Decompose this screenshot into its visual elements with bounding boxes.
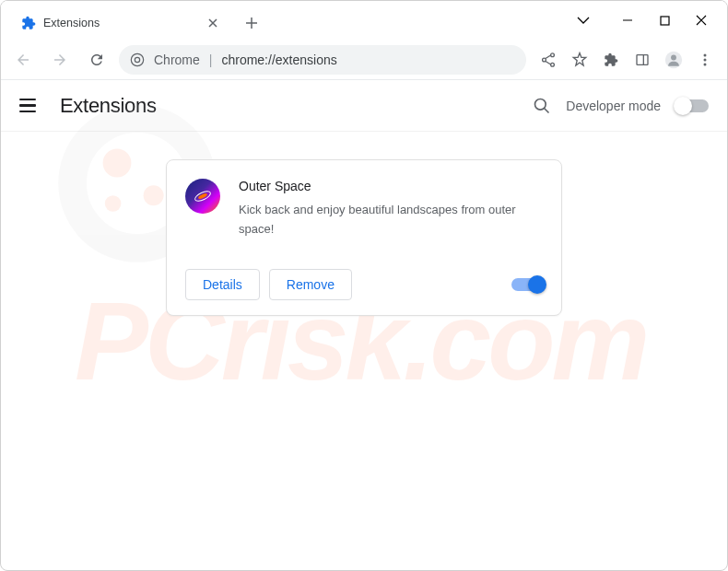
- svg-point-7: [135, 57, 139, 62]
- close-tab-icon[interactable]: [205, 16, 220, 30]
- window-controls: [565, 1, 727, 40]
- svg-point-6: [131, 53, 143, 65]
- extension-description: Kick back and enjoy beautiful landscapes…: [239, 201, 545, 239]
- title-bar: Extensions: [1, 1, 727, 40]
- extensions-icon[interactable]: [596, 45, 626, 75]
- svg-point-15: [704, 53, 707, 56]
- share-icon[interactable]: [534, 45, 563, 75]
- hamburger-menu-button[interactable]: [19, 95, 41, 117]
- page-title: Extensions: [60, 94, 157, 118]
- svg-point-8: [543, 58, 546, 62]
- extension-card: Outer Space Kick back and enjoy beautifu…: [166, 159, 562, 316]
- extension-enable-toggle[interactable]: [511, 278, 545, 291]
- svg-point-17: [704, 63, 707, 65]
- header-right: Developer mode: [533, 97, 709, 115]
- svg-rect-11: [637, 54, 648, 64]
- forward-button[interactable]: [45, 45, 75, 75]
- extension-name: Outer Space: [239, 179, 545, 193]
- svg-point-18: [535, 99, 546, 110]
- side-panel-icon[interactable]: [628, 45, 657, 75]
- menu-icon[interactable]: [690, 45, 720, 75]
- reload-button[interactable]: [82, 45, 112, 75]
- puzzle-icon: [21, 16, 36, 30]
- chevron-down-icon[interactable]: [572, 17, 594, 24]
- remove-button[interactable]: Remove: [269, 269, 352, 300]
- omnibox-scheme: Chrome: [154, 52, 200, 67]
- back-button[interactable]: [8, 45, 38, 75]
- svg-point-14: [671, 54, 676, 60]
- svg-line-19: [545, 108, 549, 112]
- address-bar[interactable]: Chrome | chrome://extensions: [119, 45, 526, 75]
- new-tab-button[interactable]: [239, 10, 264, 36]
- chrome-logo-icon: [130, 52, 145, 67]
- tab-title: Extensions: [43, 17, 198, 29]
- window-frame: PCrisk.com Extensions: [0, 0, 728, 571]
- developer-mode-toggle[interactable]: [675, 99, 709, 112]
- svg-rect-5: [661, 17, 669, 25]
- card-body: Outer Space Kick back and enjoy beautifu…: [185, 179, 545, 239]
- toolbar-actions: [534, 45, 720, 75]
- extension-info: Outer Space Kick back and enjoy beautifu…: [239, 179, 545, 239]
- omnibox-separator: |: [209, 52, 213, 67]
- minimize-button[interactable]: [616, 15, 639, 26]
- extension-icon: [185, 179, 220, 214]
- maximize-button[interactable]: [653, 16, 675, 26]
- page-header: Extensions Developer mode: [1, 80, 727, 132]
- search-icon[interactable]: [533, 97, 551, 115]
- content-area: Outer Space Kick back and enjoy beautifu…: [1, 132, 727, 316]
- tab-strip: Extensions: [1, 1, 565, 40]
- svg-point-16: [704, 58, 707, 61]
- profile-icon[interactable]: [659, 45, 688, 75]
- developer-mode-label: Developer mode: [566, 99, 661, 113]
- svg-point-9: [551, 52, 555, 56]
- omnibox-url: chrome://extensions: [221, 52, 336, 67]
- toolbar: Chrome | chrome://extensions: [1, 40, 727, 80]
- svg-point-10: [551, 63, 555, 66]
- browser-tab[interactable]: Extensions: [10, 6, 231, 40]
- close-window-button[interactable]: [690, 15, 712, 26]
- star-icon[interactable]: [565, 45, 594, 75]
- card-footer: Details Remove: [185, 269, 545, 300]
- details-button[interactable]: Details: [185, 269, 260, 300]
